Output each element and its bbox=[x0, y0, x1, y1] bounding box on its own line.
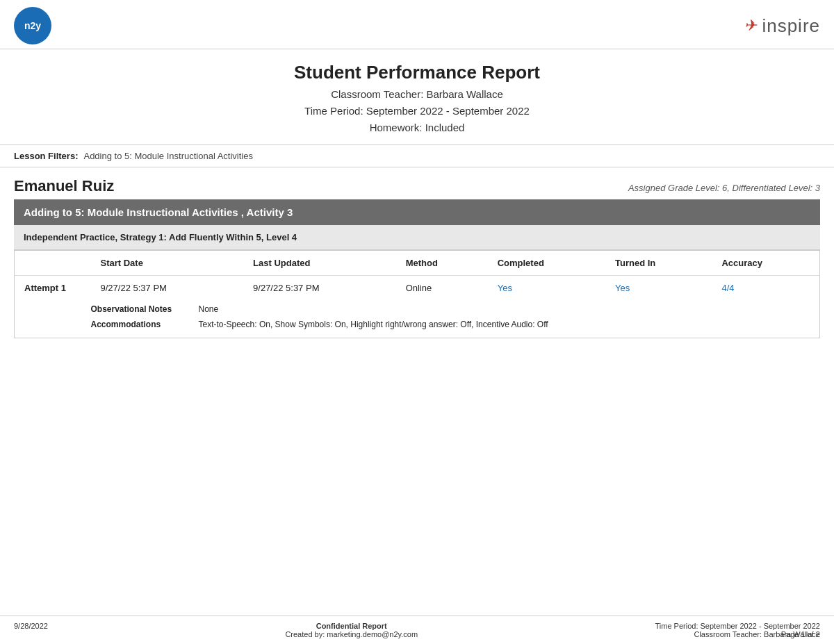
footer-confidential: Confidential Report bbox=[285, 622, 418, 630]
student-name: Emanuel Ruiz bbox=[14, 177, 114, 195]
report-title: Student Performance Report bbox=[14, 62, 820, 83]
table-header-row: Start Date Last Updated Method Completed… bbox=[15, 251, 820, 276]
n2y-logo-text: n2y bbox=[24, 20, 41, 31]
top-bar: n2y ✈ inspire bbox=[0, 0, 834, 49]
attempt-1-row: Attempt 1 9/27/22 5:37 PM 9/27/22 5:37 P… bbox=[15, 276, 820, 301]
time-period-line: Time Period: September 2022 - September … bbox=[14, 103, 820, 119]
col-start-date: Start Date bbox=[91, 251, 244, 276]
notes-row: Observational Notes None bbox=[15, 300, 820, 317]
col-turned-in: Turned In bbox=[605, 251, 712, 276]
col-last-updated: Last Updated bbox=[243, 251, 396, 276]
accommodations-label: Accommodations bbox=[91, 320, 199, 329]
footer-center: Confidential Report Created by: marketin… bbox=[285, 622, 418, 638]
start-date-cell: 9/27/22 5:37 PM bbox=[91, 276, 244, 301]
report-header: Student Performance Report Classroom Tea… bbox=[0, 49, 834, 145]
attempt-1-label: Attempt 1 bbox=[24, 283, 66, 293]
classroom-teacher-label: Classroom Teacher: Barbara Wallace Time … bbox=[14, 86, 820, 136]
col-completed: Completed bbox=[488, 251, 605, 276]
footer-page: Page 1 of 2 bbox=[781, 630, 820, 638]
footer-date: 9/28/2022 bbox=[14, 622, 48, 630]
filter-value: Adding to 5: Module Instructional Activi… bbox=[83, 151, 253, 161]
inspire-logo: ✈ inspire bbox=[745, 15, 820, 37]
page-footer: 9/28/2022 Confidential Report Created by… bbox=[0, 616, 834, 644]
attempts-table: Start Date Last Updated Method Completed… bbox=[14, 250, 820, 338]
teacher-line: Classroom Teacher: Barbara Wallace bbox=[14, 86, 820, 103]
page-number: Page 1 of 2 bbox=[781, 630, 820, 638]
notes-label: Observational Notes bbox=[91, 304, 199, 314]
notes-value: None bbox=[199, 304, 219, 314]
observational-notes-row: Observational Notes None bbox=[91, 303, 810, 315]
inspire-arrow-icon: ✈ bbox=[744, 17, 760, 35]
inspire-label: inspire bbox=[762, 15, 820, 37]
accuracy-cell: 4/4 bbox=[712, 276, 819, 301]
grade-info: Assigned Grade Level: 6, Differentiated … bbox=[628, 183, 820, 193]
student-row: Emanuel Ruiz Assigned Grade Level: 6, Di… bbox=[14, 177, 820, 195]
accommodations-value: Text-to-Speech: On, Show Symbols: On, Hi… bbox=[199, 320, 548, 329]
last-updated-cell: 9/27/22 5:37 PM bbox=[243, 276, 396, 301]
col-accuracy: Accuracy bbox=[712, 251, 819, 276]
accommodations-cell: Accommodations Text-to-Speech: On, Show … bbox=[91, 317, 820, 338]
footer-left: 9/28/2022 bbox=[14, 622, 48, 630]
col-attempt bbox=[15, 251, 91, 276]
notes-cell: Observational Notes None bbox=[91, 300, 820, 317]
method-cell: Online bbox=[396, 276, 488, 301]
lesson-filters-bar: Lesson Filters: Adding to 5: Module Inst… bbox=[0, 145, 834, 167]
n2y-logo: n2y bbox=[14, 7, 51, 44]
accommodations-detail-row: Accommodations Text-to-Speech: On, Show … bbox=[91, 318, 810, 331]
footer-created-by: Created by: marketing.demo@n2y.com bbox=[285, 630, 418, 638]
filter-label: Lesson Filters: bbox=[14, 151, 78, 161]
homework-line: Homework: Included bbox=[14, 119, 820, 136]
attempt-label: Attempt 1 bbox=[15, 276, 91, 301]
notes-spacer bbox=[15, 300, 91, 317]
accommodations-row: Accommodations Text-to-Speech: On, Show … bbox=[15, 317, 820, 338]
sub-activity-header: Independent Practice, Strategy 1: Add Fl… bbox=[14, 225, 820, 250]
main-content: Emanuel Ruiz Assigned Grade Level: 6, Di… bbox=[0, 167, 834, 338]
completed-cell: Yes bbox=[488, 276, 605, 301]
activity-header: Adding to 5: Module Instructional Activi… bbox=[14, 199, 820, 225]
turned-in-cell: Yes bbox=[605, 276, 712, 301]
footer-time-period: Time Period: September 2022 - September … bbox=[655, 622, 820, 630]
col-method: Method bbox=[396, 251, 488, 276]
accommodations-spacer bbox=[15, 317, 91, 338]
